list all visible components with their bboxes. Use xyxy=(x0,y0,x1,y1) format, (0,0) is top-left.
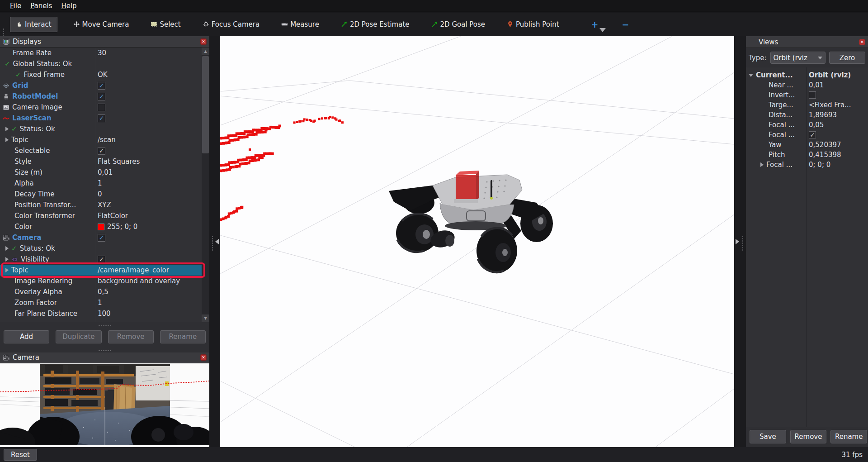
views-rename-button[interactable]: Rename xyxy=(830,430,867,443)
row-value[interactable]: OK xyxy=(96,71,209,79)
tool-publish-point[interactable]: Publish Point xyxy=(501,17,565,32)
row-value[interactable]: background and overlay xyxy=(96,277,209,285)
row-value[interactable]: XYZ xyxy=(96,201,209,209)
row-value[interactable]: 100 xyxy=(96,310,209,318)
display-row-style[interactable]: StyleFlat Squares xyxy=(0,156,209,167)
row-value[interactable]: 0,5 xyxy=(96,288,209,296)
checkbox-unchecked[interactable] xyxy=(809,91,816,99)
expander-collapsed-icon[interactable] xyxy=(5,268,9,272)
add-button[interactable]: Add xyxy=(4,330,49,343)
remove-button[interactable]: Remove xyxy=(108,330,154,343)
display-row-decay-time[interactable]: Decay Time0 xyxy=(0,189,209,200)
display-row-global-status-ok[interactable]: ✓Global Status: Ok xyxy=(0,58,209,69)
display-row-color[interactable]: Color255; 0; 0 xyxy=(0,221,209,232)
display-row-zoom-factor[interactable]: Zoom Factor1 xyxy=(0,297,209,308)
camera-panel-header[interactable]: Camera ✕ xyxy=(0,352,209,363)
displays-panel-header[interactable]: Displays ✕ xyxy=(0,36,209,48)
display-row-color-transformer[interactable]: Color TransformerFlatColor xyxy=(0,210,209,221)
row-value[interactable]: <Fixed Fra... xyxy=(807,101,868,109)
panel-splitter-right[interactable] xyxy=(734,36,746,447)
expander-collapsed-icon[interactable] xyxy=(5,246,9,251)
expander-collapsed-icon[interactable] xyxy=(760,162,764,167)
row-value[interactable]: 30 xyxy=(96,49,209,57)
tool-measure[interactable]: Measure xyxy=(275,17,325,32)
splitter-handle[interactable] xyxy=(0,347,209,352)
views-save-button[interactable]: Save xyxy=(750,430,786,443)
row-value[interactable]: 0,05 xyxy=(807,121,868,129)
tool-focus-camera[interactable]: Focus Camera xyxy=(197,17,265,32)
display-row-visibility[interactable]: Visibility✓ xyxy=(0,254,209,265)
row-value[interactable]: ✓ xyxy=(96,256,209,263)
view-type-dropdown[interactable]: Orbit (rviz xyxy=(770,52,826,64)
row-value[interactable]: 1,89693 xyxy=(807,111,868,119)
collapse-left-icon[interactable] xyxy=(215,239,219,244)
row-value[interactable]: 0,01 xyxy=(807,81,868,89)
row-value[interactable] xyxy=(807,91,868,99)
views-row-focal-[interactable]: Focal ...0,05 xyxy=(746,120,868,130)
row-value[interactable]: 0; 0; 0 xyxy=(807,161,868,169)
displays-scrollbar[interactable]: ▲ ▼ xyxy=(202,48,209,322)
zero-button[interactable]: Zero xyxy=(829,52,865,64)
display-row-far-plane-distance[interactable]: Far Plane Distance100 xyxy=(0,308,209,319)
tool-2d-goal-pose[interactable]: 2D Goal Pose xyxy=(425,17,491,32)
checkbox-checked[interactable]: ✓ xyxy=(98,82,105,90)
checkbox-checked[interactable]: ✓ xyxy=(98,93,105,100)
row-value[interactable]: 1 xyxy=(96,179,209,187)
display-row-frame-rate[interactable]: Frame Rate30 xyxy=(0,48,209,58)
views-row-focal-[interactable]: Focal ...0; 0; 0 xyxy=(746,160,868,170)
display-row-robotmodel[interactable]: RobotModel✓ xyxy=(0,91,209,102)
display-row-alpha[interactable]: Alpha1 xyxy=(0,178,209,189)
expander-expanded-icon[interactable] xyxy=(749,74,753,77)
checkbox-checked[interactable]: ✓ xyxy=(98,256,105,263)
scroll-up-icon[interactable]: ▲ xyxy=(202,48,209,55)
display-row-status-ok[interactable]: ✓Status: Ok xyxy=(0,243,209,254)
tool-move-camera[interactable]: Move Camera xyxy=(67,17,135,32)
3d-viewport[interactable] xyxy=(220,36,734,447)
views-panel-close-icon[interactable]: ✕ xyxy=(859,39,865,45)
splitter-grip[interactable] xyxy=(742,235,744,251)
tool-interact[interactable]: Interact xyxy=(10,17,57,32)
tool-select[interactable]: Select xyxy=(145,17,186,32)
rename-button[interactable]: Rename xyxy=(160,330,206,343)
row-value[interactable]: 0,415398 xyxy=(807,151,868,159)
splitter-handle[interactable] xyxy=(0,322,209,329)
reset-button[interactable]: Reset xyxy=(4,449,37,461)
expander-collapsed-icon[interactable] xyxy=(5,257,9,262)
row-value[interactable]: Flat Squares xyxy=(96,157,209,166)
views-row-targe-[interactable]: Targe...<Fixed Fra... xyxy=(746,100,868,110)
checkbox-checked[interactable]: ✓ xyxy=(98,114,105,122)
menu-file[interactable]: File xyxy=(5,1,26,11)
checkbox-checked[interactable]: ✓ xyxy=(98,147,105,155)
row-value[interactable]: Orbit (rviz) xyxy=(807,71,868,79)
row-value[interactable]: ✓ xyxy=(807,131,868,138)
row-value[interactable]: ✓ xyxy=(96,234,209,242)
checkbox-checked[interactable]: ✓ xyxy=(809,131,816,138)
tool-2d-pose-estimate[interactable]: 2D Pose Estimate xyxy=(335,17,415,32)
checkbox-checked[interactable]: ✓ xyxy=(98,234,105,242)
views-panel-header[interactable]: Views ✕ xyxy=(746,36,868,48)
views-row-focal-[interactable]: Focal ...✓ xyxy=(746,130,868,140)
display-row-laserscan[interactable]: LaserScan✓ xyxy=(0,113,209,124)
displays-panel-close-icon[interactable]: ✕ xyxy=(200,38,207,45)
display-row-topic[interactable]: Topic/scan xyxy=(0,134,209,145)
scroll-down-icon[interactable]: ▼ xyxy=(202,314,209,322)
expander-collapsed-icon[interactable] xyxy=(5,127,9,131)
row-value[interactable]: 0,520397 xyxy=(807,141,868,149)
menu-panels[interactable]: Panels xyxy=(26,1,57,11)
views-row-pitch[interactable]: Pitch0,415398 xyxy=(746,150,868,160)
display-row-size-m-[interactable]: Size (m)0,01 xyxy=(0,167,209,178)
views-row-invert-[interactable]: Invert... xyxy=(746,90,868,100)
row-value[interactable] xyxy=(96,104,209,111)
splitter-grip[interactable] xyxy=(212,235,213,251)
display-row-status-ok[interactable]: ✓Status: Ok xyxy=(0,124,209,134)
display-row-image-rendering[interactable]: Image Renderingbackground and overlay xyxy=(0,276,209,286)
checkbox-unchecked[interactable] xyxy=(98,104,105,111)
display-row-position-transfor-[interactable]: Position Transfor...XYZ xyxy=(0,200,209,210)
color-swatch[interactable] xyxy=(98,224,104,230)
row-value[interactable]: ✓ xyxy=(96,114,209,122)
row-value[interactable]: ✓ xyxy=(96,147,209,155)
display-row-camera[interactable]: Camera✓ xyxy=(0,232,209,243)
views-remove-button[interactable]: Remove xyxy=(790,430,827,443)
views-row-current-[interactable]: Current...Orbit (rviz) xyxy=(746,70,868,80)
views-row-dista-[interactable]: Dista...1,89693 xyxy=(746,110,868,120)
